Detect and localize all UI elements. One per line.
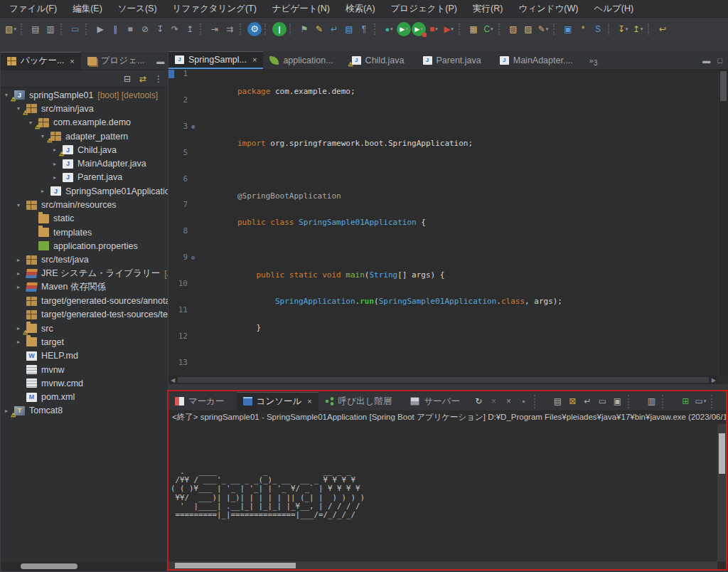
junit-icon[interactable]: * — [576, 22, 590, 36]
highlighter-icon[interactable]: ✎ — [312, 22, 326, 36]
chevron-icon[interactable]: ▸ — [17, 257, 26, 263]
tree-row[interactable]: templates — [1, 226, 168, 239]
tree-row[interactable]: ▸ J Parent.java — [1, 171, 168, 184]
menu-item[interactable]: ソース(S) — [110, 0, 165, 18]
tree-row[interactable]: ▾ adapter_pattern — [1, 129, 168, 143]
toolbar-icon[interactable] — [498, 23, 503, 35]
fold-icon[interactable] — [191, 359, 200, 376]
tree-row[interactable]: ▸ target — [1, 335, 168, 349]
toolbar-icon[interactable] — [608, 23, 613, 35]
scroll-right-icon[interactable]: ▶ — [712, 377, 716, 383]
sidebar-tab[interactable]: パッケー... × — [1, 52, 81, 70]
word-wrap-icon[interactable]: ↵ — [581, 395, 594, 408]
minimize-icon[interactable]: ▬ — [156, 57, 164, 65]
toolbar-icon[interactable] — [553, 23, 558, 35]
chevron-icon[interactable]: ▸ — [53, 161, 63, 167]
fold-icon[interactable] — [191, 175, 200, 201]
remove-launch-icon[interactable]: × — [502, 395, 515, 408]
open-console-icon[interactable]: ⊞ — [679, 395, 692, 408]
show-console-icon[interactable]: ▣ — [611, 395, 624, 408]
pin-icon[interactable]: ⚑ — [297, 22, 311, 36]
menu-item[interactable]: ヘルプ(H) — [586, 0, 641, 18]
tree-row[interactable]: ▸ JRE システム・ライブラリー [JavaSE-17] — [1, 267, 168, 280]
tree-row[interactable]: target/generated-test-sources/tes — [1, 308, 168, 322]
link-with-editor-icon[interactable]: ⇄ — [136, 73, 149, 85]
menu-item[interactable]: ファイル(F) — [1, 0, 65, 18]
close-icon[interactable]: × — [252, 55, 257, 64]
menu-item[interactable]: 編集(E) — [65, 0, 110, 18]
scrollbar-thumb[interactable] — [175, 563, 296, 568]
editor-hscrollbar[interactable]: ◀ ▶ — [168, 376, 718, 384]
remove-all-launches-icon[interactable]: ▪ — [517, 395, 530, 408]
coverage-icon[interactable]: ▣ — [561, 22, 575, 36]
editor-tab[interactable]: J MainAdapter.... — [493, 51, 585, 69]
tree-row[interactable]: ▸ Maven 依存関係 — [1, 280, 168, 294]
show-whitespace-icon[interactable]: ¶ — [357, 22, 371, 36]
new-class-icon[interactable]: C — [481, 22, 496, 36]
scrollbar-thumb[interactable] — [178, 377, 709, 383]
clear-console-icon[interactable]: ▤ — [551, 395, 564, 408]
close-icon[interactable]: × — [307, 397, 311, 406]
toolbar-icon[interactable] — [240, 23, 245, 35]
toolbar-icon[interactable] — [648, 23, 653, 35]
toolbar-icon[interactable] — [200, 23, 205, 35]
fold-icon[interactable] — [191, 332, 200, 359]
console-hscrollbar[interactable] — [168, 561, 717, 570]
step-filters-icon[interactable]: ⇉ — [223, 22, 237, 36]
fold-icon[interactable]: ⊖ — [191, 253, 200, 280]
tree-row[interactable]: application.properties — [1, 239, 168, 253]
fold-icon[interactable] — [191, 96, 200, 122]
mark-occurrences-icon[interactable]: ↵ — [327, 22, 341, 36]
console-vscrollbar[interactable] — [717, 424, 727, 561]
editor-tab[interactable]: J Child.java — [346, 51, 417, 69]
editor-vscrollbar[interactable] — [718, 70, 728, 376]
chevron-icon[interactable]: ▸ — [17, 284, 26, 290]
tree-row[interactable]: ▸ J MainAdapter.java — [1, 157, 168, 170]
scroll-lock-icon[interactable]: ⊠ — [566, 395, 579, 408]
tree-row[interactable]: static — [1, 212, 168, 226]
toolbar-icon[interactable] — [21, 23, 26, 35]
profile-icon[interactable]: ▶ — [412, 22, 426, 36]
editor-tab[interactable]: application... — [263, 51, 345, 69]
save-icon[interactable]: ▤ — [28, 22, 43, 36]
console-toolbar-icon[interactable] — [662, 395, 675, 408]
fold-icon[interactable] — [191, 70, 200, 96]
toolbar-icon[interactable] — [85, 23, 90, 35]
menu-item[interactable]: ウィンドウ(W) — [510, 0, 586, 18]
prev-annotation-icon[interactable]: ↥ — [631, 22, 645, 36]
tab-overflow-indicator[interactable]: » 3 — [585, 51, 602, 69]
run-icon[interactable]: ▶ — [397, 22, 411, 36]
gear-icon[interactable]: ⚙ — [247, 22, 262, 36]
console-marker-icon[interactable]: ▭ — [68, 22, 82, 36]
run-to-line-icon[interactable]: ⇥ — [208, 22, 222, 36]
format-icon[interactable]: ✎ — [536, 22, 550, 36]
minimize-icon[interactable]: ▬ — [702, 56, 710, 65]
chevron-icon[interactable]: ▸ — [17, 339, 26, 345]
terminate-icon[interactable]: ■ — [123, 22, 137, 36]
tree-row[interactable]: ▾ src/main/resources — [1, 198, 168, 211]
chevron-icon[interactable]: ▾ — [17, 202, 26, 208]
toolbar-icon[interactable] — [374, 23, 379, 35]
console-toolbar-icon[interactable] — [628, 395, 641, 408]
disconnect-icon[interactable]: ⊘ — [138, 22, 152, 36]
new-icon[interactable]: ▧ — [4, 22, 18, 36]
console-tab[interactable]: 呼び出し階層 — [318, 392, 405, 411]
open-resource-icon[interactable]: ▨ — [521, 22, 535, 36]
save-all-icon[interactable]: ▥ — [43, 22, 58, 36]
sidebar-tab[interactable]: プロジェ... — [81, 52, 157, 70]
display-console-icon[interactable]: ▭ — [694, 395, 707, 408]
fold-icon[interactable] — [191, 149, 200, 175]
console-tab[interactable]: サーバー — [404, 392, 472, 411]
console-toolbar-icon[interactable] — [534, 395, 547, 408]
maximize-icon[interactable]: □ — [717, 56, 722, 65]
show-source-icon[interactable]: ▤ — [342, 22, 356, 36]
toolbar-icon[interactable] — [60, 23, 65, 35]
pin-console-icon[interactable]: ▭ — [596, 395, 609, 408]
menu-item[interactable]: 検索(A) — [338, 0, 383, 18]
chevron-icon[interactable]: ▸ — [17, 270, 26, 277]
open-task-icon[interactable]: ▨ — [506, 22, 520, 36]
tree-row[interactable]: ▾ com.example.demo — [1, 116, 168, 129]
tree-row[interactable]: ▸ J SpringSample01Application — [1, 184, 168, 198]
scrollbar-thumb[interactable] — [21, 563, 77, 569]
sidebar-hscrollbar[interactable] — [1, 562, 167, 571]
